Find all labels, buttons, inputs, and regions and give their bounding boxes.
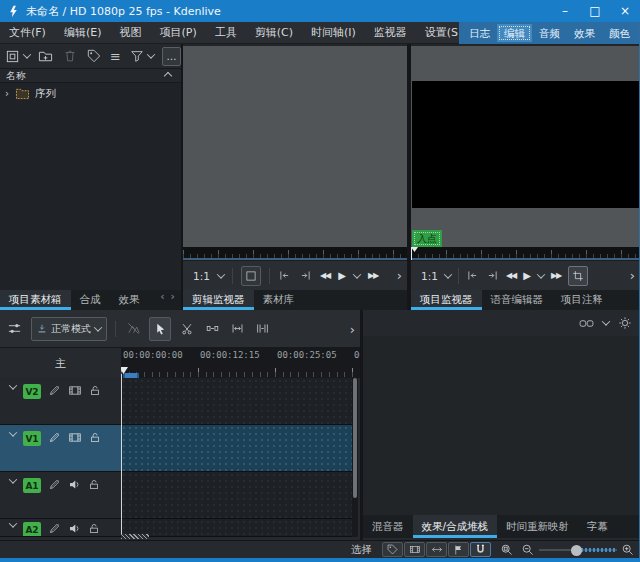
- menu-item-project[interactable]: 项目(P): [150, 22, 205, 43]
- workspace-tab-audio[interactable]: 音频: [532, 24, 567, 42]
- zoom-in-button[interactable]: [621, 543, 635, 557]
- track-lock-icon[interactable]: [88, 522, 100, 535]
- timeline-ruler[interactable]: 00:00:00:00 00:00:12:15 00:00:25:05 00:: [121, 348, 360, 378]
- goto-in-icon[interactable]: [466, 269, 479, 282]
- group-link-icon[interactable]: [579, 318, 594, 329]
- snap-toggle[interactable]: [470, 542, 491, 557]
- zoom-chevron-icon[interactable]: [444, 270, 452, 278]
- tab-mixer[interactable]: 混音器: [363, 515, 413, 538]
- track-pencil-icon[interactable]: [48, 478, 61, 491]
- tab-clip-monitor[interactable]: 剪辑监视器: [183, 290, 254, 310]
- goto-out-icon[interactable]: [486, 269, 499, 282]
- trim-mode-button[interactable]: [568, 266, 588, 286]
- monitor-zone-button[interactable]: [241, 266, 261, 286]
- zoom-slider[interactable]: [539, 543, 617, 557]
- track-video-icon[interactable]: [68, 384, 82, 397]
- timeline-playhead[interactable]: [121, 374, 122, 537]
- track-header-a2[interactable]: A2: [0, 519, 121, 537]
- slip-tool-button[interactable]: [251, 317, 273, 341]
- menu-lines-icon[interactable]: ≡: [110, 46, 121, 66]
- zoom-fit-button[interactable]: [500, 543, 514, 557]
- project-monitor-ruler[interactable]: [411, 247, 640, 260]
- tab-scroll-left-icon[interactable]: ‹: [160, 290, 164, 310]
- tag-toggle-button[interactable]: [382, 542, 403, 557]
- master-track-button[interactable]: 主: [0, 348, 121, 378]
- filter-button[interactable]: [130, 46, 144, 66]
- edit-mode-dropdown[interactable]: 正常模式: [31, 317, 107, 341]
- zoom-slider-handle[interactable]: [571, 545, 582, 556]
- menu-item-view[interactable]: 视图: [110, 22, 150, 43]
- workspace-tab-color[interactable]: 颜色: [602, 24, 637, 42]
- tab-compositions[interactable]: 合成: [71, 290, 110, 310]
- clip-monitor-ruler[interactable]: [183, 247, 407, 260]
- menu-item-tools[interactable]: 工具: [206, 22, 246, 43]
- rewind-button[interactable]: ◀◀: [506, 271, 516, 280]
- razor-tool-button[interactable]: [176, 317, 198, 341]
- markers-toggle[interactable]: [448, 542, 469, 557]
- maximize-button[interactable]: □: [580, 0, 610, 22]
- close-button[interactable]: ×: [610, 0, 640, 22]
- timeline-vertical-scrollbar[interactable]: [352, 378, 358, 537]
- tab-effects[interactable]: 效果: [110, 290, 149, 310]
- play-options-chevron[interactable]: [353, 270, 361, 278]
- rewind-button[interactable]: ◀◀: [320, 271, 330, 280]
- track-header-a1[interactable]: A1: [0, 472, 121, 519]
- play-button[interactable]: ▶: [523, 270, 531, 281]
- gear-icon[interactable]: [618, 316, 632, 330]
- forward-button[interactable]: ▶▶: [551, 271, 561, 280]
- video-thumbnails-toggle[interactable]: [404, 542, 425, 557]
- tab-scroll-right-icon[interactable]: ›: [171, 290, 175, 310]
- track-target-badge[interactable]: A2: [23, 522, 41, 537]
- project-monitor-overflow-button[interactable]: ›: [630, 260, 635, 290]
- track-collapse-icon[interactable]: [9, 475, 17, 483]
- track-lane-v1[interactable]: [121, 425, 352, 472]
- tab-project-bin[interactable]: 项目素材箱: [0, 290, 71, 310]
- spacer-tool-button[interactable]: [201, 317, 223, 341]
- track-pencil-icon[interactable]: [48, 384, 61, 397]
- bin-item-sequence[interactable]: › 序列: [0, 85, 181, 102]
- tab-subtitles[interactable]: 字幕: [578, 515, 617, 538]
- mix-tool-button[interactable]: [122, 317, 144, 341]
- track-header-v2[interactable]: V2: [0, 378, 121, 425]
- filter-chevron[interactable]: [148, 46, 154, 66]
- audio-thumbnails-toggle[interactable]: [426, 542, 447, 557]
- menu-item-file[interactable]: 文件(F): [0, 22, 55, 43]
- track-target-badge[interactable]: A1: [23, 478, 41, 493]
- track-lock-icon[interactable]: [88, 478, 100, 491]
- delete-button[interactable]: [63, 46, 77, 66]
- tab-effect-stack[interactable]: 效果/合成堆栈: [413, 515, 498, 538]
- tab-time-remap[interactable]: 时间重新映射: [497, 515, 578, 538]
- menu-item-monitor[interactable]: 监视器: [365, 22, 416, 43]
- tab-project-monitor[interactable]: 项目监视器: [411, 290, 482, 310]
- effects-options-chevron[interactable]: [602, 317, 610, 325]
- track-pencil-icon[interactable]: [48, 431, 61, 444]
- add-clip-chevron[interactable]: [24, 46, 30, 66]
- track-audio-icon[interactable]: [68, 522, 81, 535]
- tag-button[interactable]: [87, 46, 101, 66]
- track-audio-icon[interactable]: [68, 478, 81, 491]
- track-target-badge[interactable]: V2: [23, 384, 41, 399]
- menu-item-clip[interactable]: 剪辑(C): [246, 22, 302, 43]
- workspace-tab-effects[interactable]: 效果: [567, 24, 602, 42]
- track-lock-icon[interactable]: [89, 431, 101, 444]
- titlebar[interactable]: 未命名 / HD 1080p 25 fps - Kdenlive – □ ×: [0, 0, 640, 22]
- track-lane-v2[interactable]: [121, 378, 352, 425]
- create-folder-button[interactable]: [38, 46, 53, 66]
- zone-fit-button[interactable]: [226, 317, 248, 341]
- sort-chevron-icon[interactable]: [164, 71, 172, 79]
- play-button[interactable]: ▶: [338, 270, 346, 281]
- track-target-badge[interactable]: V1: [23, 431, 41, 446]
- workspace-tab-editing[interactable]: 编辑: [497, 24, 532, 42]
- tab-speech-editor[interactable]: 语音编辑器: [482, 290, 553, 310]
- expand-icon[interactable]: ›: [5, 88, 9, 99]
- track-collapse-icon[interactable]: [9, 519, 17, 527]
- monitor-playhead[interactable]: [411, 247, 412, 260]
- tab-project-notes[interactable]: 项目注释: [552, 290, 612, 310]
- more-options-button[interactable]: …: [162, 47, 181, 66]
- timeline-horizontal-scrollbar[interactable]: [121, 534, 149, 539]
- play-options-chevron[interactable]: [537, 270, 545, 278]
- track-lane-a1[interactable]: [121, 472, 352, 519]
- track-video-icon[interactable]: [68, 431, 82, 444]
- zoom-chevron-icon[interactable]: [217, 270, 225, 278]
- menu-item-edit[interactable]: 编辑(E): [55, 22, 111, 43]
